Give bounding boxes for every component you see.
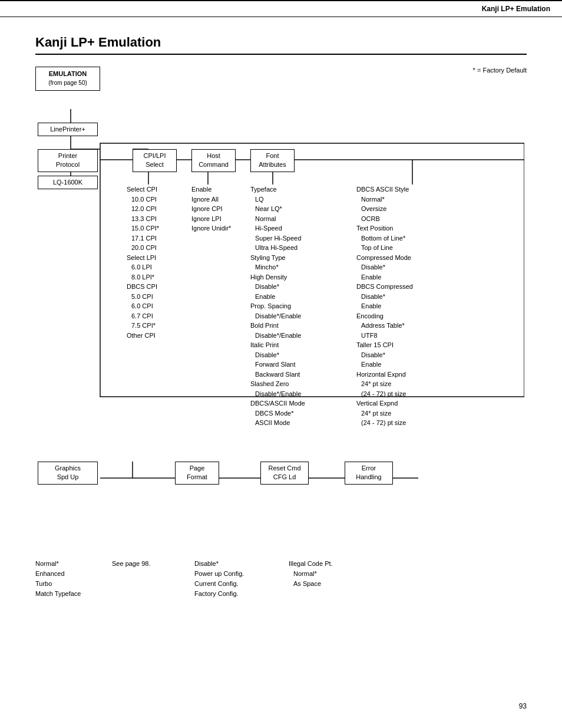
- host-command-node: Host Command: [191, 149, 236, 172]
- header-title: Kanji LP+ Emulation: [482, 5, 550, 13]
- emulation-box: EMULATION (from page 50): [35, 67, 100, 91]
- reset-cmd-node: Reset Cmd CFG Ld: [260, 462, 309, 485]
- font-attributes-node: Font Attributes: [250, 149, 295, 172]
- header-bar: Kanji LP+ Emulation: [0, 0, 562, 17]
- diagram-area: * = Factory Default: [35, 67, 527, 599]
- error-handling-node: Error Handling: [345, 462, 393, 485]
- bottom-columns: Normal* Enhanced Turbo Match Typeface Se…: [35, 559, 527, 599]
- svg-rect-14: [100, 143, 524, 397]
- page-title: Kanji LP+ Emulation: [35, 35, 527, 55]
- page-format-node: Page Format: [175, 462, 219, 485]
- bottom-section: Graphics Spd Up Page Format Reset Cmd CF…: [35, 462, 527, 599]
- cpi-lpi-col: Select CPI 10.0 CPI 12.0 CPI 13.3 CPI 15…: [127, 185, 159, 340]
- printer-protocol-node: Printer Protocol: [38, 149, 98, 172]
- page-format-col: See page 98.: [112, 559, 194, 599]
- lq1600k-node: LQ-1600K: [38, 176, 98, 189]
- cpi-lpi-node: CPI/LPI Select: [133, 149, 177, 172]
- graphics-spdup-node: Graphics Spd Up: [38, 462, 98, 485]
- host-command-col: Enable Ignore All Ignore CPI Ignore LPI …: [191, 185, 231, 233]
- dbcs-col: DBCS ASCII Style Normal* Oversize OCRB T…: [356, 185, 413, 428]
- reset-cmd-col: Disable* Power up Config. Current Config…: [194, 559, 289, 599]
- error-handling-col: Illegal Code Pt. Normal* As Space: [289, 559, 377, 599]
- graphics-col: Normal* Enhanced Turbo Match Typeface: [35, 559, 112, 599]
- page-number: 93: [519, 702, 527, 710]
- lineprinter-node: LinePrinter+: [38, 123, 98, 136]
- main-diagram: EMULATION (from page 50) LinePrinter+ Pr…: [35, 67, 524, 444]
- font-attributes-col: Typeface LQ Near LQ* Normal Hi-Speed Sup…: [250, 185, 305, 428]
- bottom-diagram: Graphics Spd Up Page Format Reset Cmd CF…: [35, 462, 436, 556]
- page-content: Kanji LP+ Emulation * = Factory Default: [0, 17, 562, 622]
